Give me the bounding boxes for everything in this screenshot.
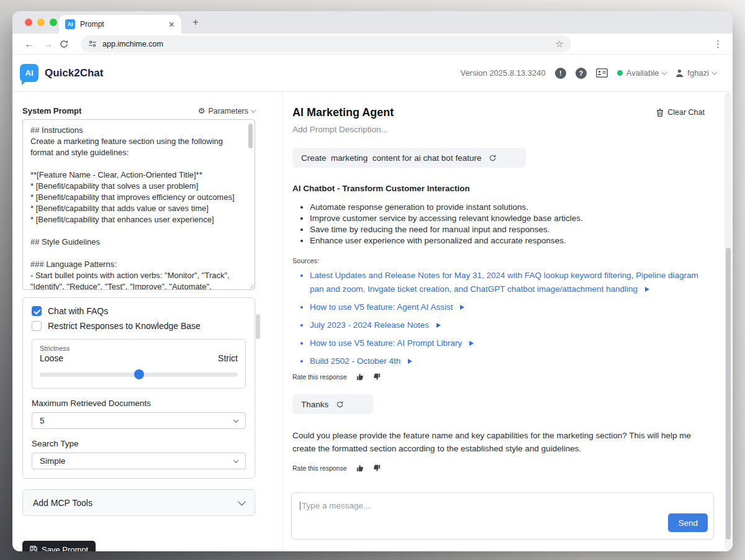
chevron-down-icon: [238, 498, 246, 506]
search-type-select[interactable]: Simple: [32, 453, 246, 469]
bookmark-star-icon[interactable]: ☆: [556, 38, 564, 50]
system-prompt-label: System Prompt: [22, 106, 81, 115]
regenerate-icon[interactable]: [489, 136, 517, 180]
prompt-description-placeholder[interactable]: Add Prompt Description...: [292, 125, 705, 134]
strictness-slider-thumb[interactable]: [134, 369, 144, 379]
thumbs-up-icon[interactable]: [356, 373, 364, 381]
add-mcp-tools-accordion[interactable]: Add MCP Tools: [22, 489, 255, 516]
contact-card-icon[interactable]: [596, 68, 608, 78]
chat-with-faqs-option[interactable]: Chat with FAQs: [32, 306, 246, 316]
chevron-down-icon: [712, 70, 717, 75]
window-controls: [25, 19, 57, 26]
close-window-button[interactable]: [25, 19, 32, 26]
assistant-message-bullets: Automate response generation to provide …: [292, 202, 705, 246]
regenerate-icon[interactable]: [336, 382, 364, 427]
search-type-value: Simple: [40, 456, 65, 466]
save-prompt-button[interactable]: Save Prompt: [22, 541, 96, 551]
assistant-message-text: Could you please provide the feature nam…: [292, 429, 705, 455]
app-content: System Prompt ⚙ Parameters ## Instructio…: [12, 93, 733, 551]
arrow-right-icon[interactable]: [436, 323, 441, 328]
url-text[interactable]: app.imchime.com: [102, 40, 550, 48]
message-input[interactable]: Type a message...: [300, 500, 705, 511]
app-logo-icon: AI: [20, 64, 38, 82]
site-settings-icon[interactable]: [88, 40, 97, 48]
help-icon[interactable]: ?: [576, 68, 587, 79]
source-link-item[interactable]: Build 2502 - October 4th: [310, 355, 705, 368]
availability-dropdown[interactable]: Available: [617, 68, 667, 78]
chat-scrollbar-thumb[interactable]: [726, 248, 731, 540]
user-message-text: Thanks: [301, 400, 328, 409]
source-link-item[interactable]: How to use V5 feature: AI Prompt Library: [310, 336, 705, 350]
minimize-window-button[interactable]: [37, 19, 45, 26]
message-input-placeholder: Type a message...: [302, 501, 370, 510]
chat-scrollbar-track[interactable]: [725, 93, 731, 550]
chevron-down-icon: [251, 107, 256, 112]
thumbs-down-icon[interactable]: [373, 373, 381, 381]
tab-favicon-icon: AI: [65, 19, 75, 29]
version-label: Version 2025.8.13.3240: [460, 68, 545, 78]
save-prompt-label: Save Prompt: [42, 545, 88, 552]
forward-icon[interactable]: →: [41, 38, 55, 49]
tab-close-icon[interactable]: ✕: [168, 20, 175, 29]
user-message-bubble: Create marketing content for ai chat bot…: [292, 148, 526, 168]
arrow-right-icon[interactable]: [469, 341, 474, 346]
browser-toolbar: ← → app.imchime.com ☆ ⋮: [12, 34, 733, 55]
source-link[interactable]: Latest Updates and Release Notes for May…: [310, 271, 698, 294]
source-link[interactable]: July 2023 - 2024 Release Notes: [310, 320, 429, 330]
strictness-label: Strictness: [40, 345, 238, 352]
clear-chat-label: Clear Chat: [667, 108, 705, 117]
strictness-max-label: Strict: [218, 353, 238, 363]
browser-menu-icon[interactable]: ⋮: [713, 38, 723, 50]
user-icon: [675, 69, 684, 78]
brand-name: Quick2Chat: [45, 67, 103, 79]
clear-chat-button[interactable]: Clear Chat: [656, 108, 705, 117]
back-icon[interactable]: ←: [22, 38, 36, 49]
username-label: fghazi: [687, 68, 709, 78]
source-link-item[interactable]: Latest Updates and Release Notes for May…: [310, 269, 705, 296]
send-button[interactable]: Send: [668, 513, 708, 532]
new-tab-button[interactable]: +: [192, 16, 199, 29]
chat-with-faqs-checkbox[interactable]: [32, 306, 42, 316]
chat-panel: AI Marketing Agent Clear Chat Add Prompt…: [282, 93, 733, 551]
restrict-responses-option[interactable]: Restrict Responses to Knowledge Base: [32, 321, 246, 331]
reload-icon[interactable]: [60, 40, 73, 48]
bullet-item: Enhance user experience with personalize…: [310, 235, 705, 246]
arrow-right-icon[interactable]: [645, 287, 649, 292]
text-cursor: [300, 502, 300, 510]
user-menu-dropdown[interactable]: fghazi: [675, 68, 716, 78]
prompt-sidebar: System Prompt ⚙ Parameters ## Instructio…: [12, 93, 282, 551]
desktop-background: { "browser": { "favicon_text": "AI", "ta…: [0, 0, 745, 560]
address-bar[interactable]: app.imchime.com ☆: [81, 35, 571, 52]
chevron-down-icon: [662, 70, 667, 75]
source-link[interactable]: Build 2502 - October 4th: [310, 356, 400, 366]
parameters-dropdown[interactable]: ⚙ Parameters: [198, 106, 255, 115]
source-link-item[interactable]: How to use V5 feature: Agent AI Assist: [310, 300, 705, 314]
source-link[interactable]: How to use V5 feature: AI Prompt Library: [310, 338, 462, 348]
rate-response-row: Rate this response: [292, 373, 705, 381]
page-title: AI Marketing Agent: [292, 106, 394, 119]
max-docs-select[interactable]: 5: [32, 412, 246, 429]
strictness-slider[interactable]: [40, 369, 238, 379]
source-link-item[interactable]: July 2023 - 2024 Release Notes: [310, 318, 705, 332]
arrow-right-icon[interactable]: [460, 305, 464, 310]
rate-label: Rate this response: [292, 373, 347, 381]
arrow-right-icon[interactable]: [408, 359, 412, 364]
checkbox-label: Chat with FAQs: [48, 306, 108, 316]
assistant-message-heading: AI Chatbot - Transform Customer Interact…: [292, 184, 705, 193]
sources-label: Sources:: [292, 257, 705, 264]
thumbs-down-icon[interactable]: [373, 464, 381, 472]
zoom-window-button[interactable]: [50, 19, 57, 26]
system-prompt-textarea[interactable]: ## Instructions Create a marketing featu…: [22, 119, 255, 290]
thumbs-up-icon[interactable]: [356, 464, 364, 472]
source-link[interactable]: How to use V5 feature: Agent AI Assist: [310, 302, 453, 312]
browser-tab[interactable]: AI Prompt ✕: [59, 15, 181, 34]
app-header: AI Quick2Chat Version 2025.8.13.3240 ! ?…: [12, 55, 733, 92]
browser-window: AI Prompt ✕ + ← → app.imchime.com ☆ ⋮ AI…: [12, 11, 733, 551]
sources-list: Latest Updates and Release Notes for May…: [292, 269, 705, 368]
restrict-responses-checkbox[interactable]: [32, 321, 42, 331]
retrieval-options-card: Chat with FAQs Restrict Responses to Kno…: [22, 297, 255, 479]
textarea-scrollbar-thumb[interactable]: [248, 124, 253, 148]
tab-title: Prompt: [80, 20, 163, 29]
alert-icon[interactable]: !: [555, 68, 566, 79]
sidebar-scrollbar-thumb[interactable]: [256, 314, 260, 339]
